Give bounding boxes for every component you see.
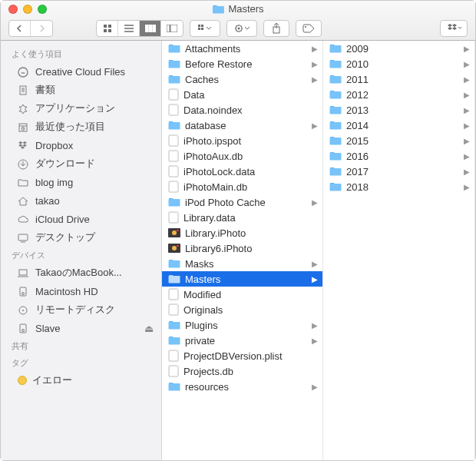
chevron-right-icon: ▶	[464, 167, 470, 176]
file-name: Masters	[185, 274, 307, 285]
svg-rect-68	[330, 61, 342, 68]
svg-rect-54	[177, 230, 179, 231]
file-row[interactable]: Plugins▶	[162, 317, 322, 333]
file-row[interactable]: Data.noindex	[162, 102, 322, 118]
svg-rect-72	[330, 122, 342, 130]
back-button[interactable]	[9, 21, 31, 36]
action-button[interactable]	[226, 20, 257, 37]
arrange-button[interactable]	[190, 20, 220, 37]
zoom-button[interactable]	[38, 5, 47, 14]
svg-point-20	[305, 26, 306, 28]
file-row[interactable]: Originals	[162, 302, 322, 317]
file-row[interactable]: Library.iPhoto	[162, 225, 322, 240]
file-row[interactable]: 2009▶	[323, 41, 474, 56]
sidebar-item[interactable]: アプリケーション	[1, 99, 161, 118]
sidebar-item[interactable]: Dropbox	[1, 136, 161, 154]
file-row[interactable]: 2017▶	[323, 164, 474, 179]
file-row[interactable]: Masks▶	[162, 256, 322, 271]
sidebar-item[interactable]: Macintosh HD	[1, 282, 161, 300]
sidebar-item[interactable]: TakaoのMacBook...	[1, 264, 161, 282]
sidebar-section-header: よく使う項目	[1, 45, 161, 62]
chevron-right-icon: ▶	[464, 121, 470, 130]
file-name: iPhotoMain.db	[183, 181, 318, 193]
sidebar-item-label: Creative Cloud Files	[35, 66, 125, 78]
dropbox-button[interactable]	[440, 20, 468, 37]
sidebar-item-label: アプリケーション	[35, 101, 115, 115]
file-row[interactable]: database▶	[162, 118, 322, 133]
sidebar-item[interactable]: ∞Creative Cloud Files	[1, 62, 161, 81]
file-name: Plugins	[185, 320, 307, 331]
svg-rect-0	[213, 6, 224, 14]
file-row[interactable]: Caches▶	[162, 71, 322, 87]
close-button[interactable]	[8, 5, 18, 14]
share-button[interactable]	[263, 20, 289, 37]
file-row[interactable]: 2016▶	[323, 148, 474, 164]
minimize-button[interactable]	[23, 5, 32, 14]
file-row[interactable]: 2010▶	[323, 56, 474, 71]
tags-button[interactable]	[296, 20, 322, 37]
file-row[interactable]: Masters▶	[162, 271, 322, 287]
file-row[interactable]: Attachments▶	[162, 41, 322, 56]
file-row[interactable]: iPhotoMain.db	[162, 179, 322, 194]
cc-icon: ∞	[16, 65, 30, 78]
svg-point-18	[238, 28, 240, 30]
file-row[interactable]: Modified	[162, 287, 322, 302]
file-row[interactable]: iPhotoAux.db	[162, 148, 322, 164]
file-name: iPhotoAux.db	[183, 151, 318, 162]
file-row[interactable]: Library.data	[162, 210, 322, 225]
file-row[interactable]: 2012▶	[323, 87, 474, 102]
column-view-button[interactable]	[140, 21, 161, 36]
file-row[interactable]: iPhoto.ipspot	[162, 133, 322, 148]
chevron-right-icon: ▶	[312, 45, 318, 53]
file-row[interactable]: 2018▶	[323, 179, 474, 194]
sidebar-item[interactable]: takao	[1, 191, 161, 210]
file-row[interactable]: iPod Photo Cache▶	[162, 194, 322, 210]
svg-rect-2	[108, 25, 111, 28]
sidebar-item[interactable]: blog img	[1, 173, 161, 191]
sidebar-item[interactable]: 最近使った項目	[1, 118, 161, 136]
file-name: Originals	[183, 304, 318, 316]
file-row[interactable]: resources▶	[162, 379, 322, 394]
sidebar-item[interactable]: 書類	[1, 81, 161, 99]
sidebar-item[interactable]: Slave⏏	[1, 319, 161, 337]
chevron-right-icon: ▶	[464, 152, 470, 161]
file-row[interactable]: 2011▶	[323, 71, 474, 87]
file-name: iPod Photo Cache	[185, 197, 307, 208]
desktop-icon	[16, 230, 30, 244]
file-row[interactable]: iPhotoLock.data	[162, 164, 322, 179]
svg-rect-1	[104, 25, 107, 28]
eject-icon[interactable]: ⏏	[144, 323, 154, 334]
sidebar-item[interactable]: イエロー	[1, 371, 161, 390]
icon-view-button[interactable]	[97, 21, 118, 36]
sidebar-item-label: イエロー	[32, 373, 72, 387]
file-row[interactable]: Before Restore▶	[162, 56, 322, 71]
file-row[interactable]: 2015▶	[323, 133, 474, 148]
window-title: Masters	[212, 3, 263, 15]
remote-icon	[16, 303, 30, 317]
sidebar-item[interactable]: iCloud Drive	[1, 210, 161, 228]
file-row[interactable]: Library6.iPhoto	[162, 240, 322, 256]
svg-rect-9	[149, 25, 152, 32]
file-name: Data	[183, 89, 318, 101]
file-name: Attachments	[185, 43, 307, 55]
sidebar-item[interactable]: デスクトップ	[1, 228, 161, 247]
file-row[interactable]: 2014▶	[323, 118, 474, 133]
forward-button[interactable]	[31, 21, 52, 36]
file-row[interactable]: 2013▶	[323, 102, 474, 118]
list-view-button[interactable]	[118, 21, 140, 36]
file-row[interactable]: Projects.db	[162, 363, 322, 379]
gallery-view-button[interactable]	[161, 21, 183, 36]
column: 2009▶2010▶2011▶2012▶2013▶2014▶2015▶2016▶…	[323, 41, 475, 460]
file-row[interactable]: Data	[162, 87, 322, 102]
file-row[interactable]: private▶	[162, 333, 322, 348]
sidebar-item[interactable]: リモートディスク	[1, 300, 161, 319]
file-row[interactable]: ProjectDBVersion.plist	[162, 348, 322, 363]
file-name: 2012	[346, 89, 459, 101]
sidebar-item-label: 書類	[35, 83, 55, 97]
file-name: Masks	[185, 258, 307, 270]
file-name: 2014	[346, 120, 459, 131]
file-name: Projects.db	[183, 366, 318, 377]
svg-rect-70	[330, 91, 342, 99]
sidebar-item[interactable]: ダウンロード	[1, 154, 161, 173]
svg-rect-58	[169, 260, 180, 268]
